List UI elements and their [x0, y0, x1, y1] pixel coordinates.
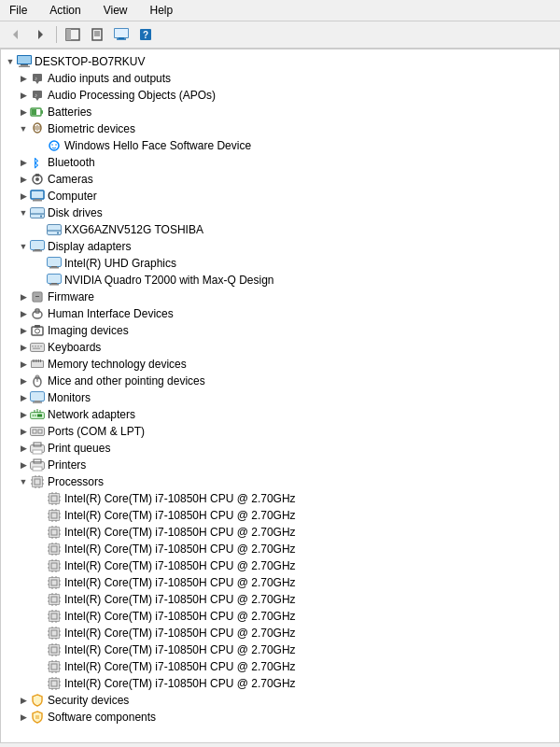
tree-item[interactable]: KXG6AZNV512G TOSHIBA — [1, 221, 559, 238]
back-button[interactable] — [6, 24, 26, 45]
expander-cpu6[interactable] — [35, 577, 46, 588]
device-manager-tree[interactable]: ▼ DESKTOP-BO7RKUV ▶♪Audio inputs and out… — [0, 49, 560, 743]
expander-cpu8[interactable] — [35, 611, 46, 622]
expander-memory[interactable]: ▶ — [18, 359, 29, 370]
tree-item[interactable]: ▶Print queues — [1, 440, 559, 457]
tree-item[interactable]: ▶Security devices — [1, 692, 559, 709]
tree-item[interactable]: ▶Human Interface Devices — [1, 305, 559, 322]
tree-item[interactable]: ▶Cameras — [1, 171, 559, 188]
expander-cpu5[interactable] — [35, 560, 46, 571]
tree-item[interactable]: Intel(R) Core(TM) i7-10850H CPU @ 2.70GH… — [1, 675, 559, 692]
expander-cpu7[interactable] — [35, 594, 46, 605]
label-monitors: Monitors — [48, 391, 91, 404]
tree-item[interactable]: ▶Mice and other pointing devices — [1, 373, 559, 389]
tree-item[interactable]: ▶Monitors — [1, 389, 559, 406]
svg-rect-94 — [37, 415, 42, 417]
expander-cpu12[interactable] — [35, 678, 46, 689]
expander-audio_inputs[interactable]: ▶ — [18, 73, 29, 84]
tree-item[interactable]: NVIDIA Quadro T2000 with Max-Q Design — [1, 272, 559, 289]
expander-processors[interactable]: ▼ — [18, 476, 29, 487]
menu-help[interactable]: Help — [145, 2, 179, 19]
expander-imaging[interactable]: ▶ — [18, 325, 29, 336]
tree-item[interactable]: ▶Network adapters — [1, 406, 559, 423]
properties-button[interactable] — [87, 24, 107, 45]
tree-item[interactable]: ▶ᛒBluetooth — [1, 154, 559, 171]
expander-cpu3[interactable] — [35, 527, 46, 538]
expander-hid[interactable]: ▶ — [18, 308, 29, 319]
tree-item[interactable]: ▶Memory technology devices — [1, 356, 559, 373]
tree-item[interactable]: Intel(R) Core(TM) i7-10850H CPU @ 2.70GH… — [1, 490, 559, 507]
tree-item[interactable]: Intel(R) Core(TM) i7-10850H CPU @ 2.70GH… — [1, 507, 559, 524]
tree-item[interactable]: ▼Disk drives — [1, 204, 559, 221]
menu-action[interactable]: Action — [44, 2, 86, 19]
expander-kxg6[interactable] — [35, 224, 46, 235]
expander-firmware[interactable]: ▶ — [18, 291, 29, 303]
tree-item[interactable]: ▶Firmware — [1, 289, 559, 305]
tree-item[interactable]: Intel(R) Core(TM) i7-10850H CPU @ 2.70GH… — [1, 641, 559, 658]
show-hide-button[interactable] — [63, 24, 83, 45]
root-expander[interactable]: ▼ — [5, 56, 16, 67]
tree-item[interactable]: ▶Keyboards — [1, 339, 559, 356]
expander-bluetooth[interactable]: ▶ — [18, 157, 29, 168]
tree-item[interactable]: ▼Display adapters — [1, 238, 559, 255]
tree-item[interactable]: ▶Batteries — [1, 104, 559, 120]
tree-item[interactable]: ▶Computer — [1, 188, 559, 204]
expander-cpu4[interactable] — [35, 543, 46, 555]
tree-item[interactable]: ▶♪Audio Processing Objects (APOs) — [1, 87, 559, 104]
svg-rect-50 — [31, 241, 44, 249]
tree-item[interactable]: Intel(R) Core(TM) i7-10850H CPU @ 2.70GH… — [1, 608, 559, 625]
expander-ports[interactable]: ▶ — [18, 426, 29, 437]
expander-biometric[interactable]: ▼ — [18, 123, 29, 134]
tree-item[interactable]: ▼Processors — [1, 473, 559, 490]
icon-mice — [30, 374, 45, 388]
tree-item[interactable]: Intel(R) Core(TM) i7-10850H CPU @ 2.70GH… — [1, 591, 559, 608]
tree-root[interactable]: ▼ DESKTOP-BO7RKUV — [1, 53, 559, 70]
expander-printers[interactable]: ▶ — [18, 459, 29, 471]
tree-item[interactable]: Intel(R) UHD Graphics — [1, 255, 559, 272]
menu-view[interactable]: View — [98, 2, 133, 19]
expander-cpu11[interactable] — [35, 661, 46, 672]
svg-point-36 — [35, 177, 39, 181]
icon-cpu3 — [47, 525, 62, 540]
expander-monitors[interactable]: ▶ — [18, 392, 29, 403]
expander-print_queues[interactable]: ▶ — [18, 443, 29, 454]
tree-item[interactable]: ▼Biometric devices — [1, 120, 559, 137]
expander-display[interactable]: ▼ — [18, 241, 29, 252]
expander-intel_uhd[interactable] — [35, 258, 46, 269]
expander-cameras[interactable]: ▶ — [18, 174, 29, 185]
expander-cpu10[interactable] — [35, 644, 46, 655]
expander-security[interactable]: ▶ — [18, 695, 29, 706]
tree-item[interactable]: ▶Printers — [1, 457, 559, 473]
expander-disk_drives[interactable]: ▼ — [18, 207, 29, 218]
expander-computer[interactable]: ▶ — [18, 190, 29, 202]
tree-item[interactable]: ▶Imaging devices — [1, 322, 559, 339]
tree-item[interactable]: Windows Hello Face Software Device — [1, 137, 559, 154]
icon-imaging — [30, 323, 45, 338]
tree-item[interactable]: Intel(R) Core(TM) i7-10850H CPU @ 2.70GH… — [1, 658, 559, 675]
expander-cpu2[interactable] — [35, 510, 46, 521]
tree-item[interactable]: Intel(R) Core(TM) i7-10850H CPU @ 2.70GH… — [1, 574, 559, 591]
expander-cpu1[interactable] — [35, 493, 46, 504]
icon-hid — [30, 306, 45, 321]
svg-rect-63 — [35, 296, 39, 297]
expander-hello_face[interactable] — [35, 140, 46, 151]
expander-audio_processing[interactable]: ▶ — [18, 90, 29, 101]
expander-software[interactable]: ▶ — [18, 712, 29, 723]
expander-mice[interactable]: ▶ — [18, 375, 29, 387]
tree-item[interactable]: ▶Software components — [1, 709, 559, 726]
tree-item[interactable]: Intel(R) Core(TM) i7-10850H CPU @ 2.70GH… — [1, 524, 559, 541]
help-button[interactable]: ? — [135, 24, 156, 45]
forward-button[interactable] — [30, 24, 50, 45]
expander-network[interactable]: ▶ — [18, 409, 29, 420]
expander-keyboards[interactable]: ▶ — [18, 342, 29, 353]
expander-batteries[interactable]: ▶ — [18, 106, 29, 118]
tree-item[interactable]: Intel(R) Core(TM) i7-10850H CPU @ 2.70GH… — [1, 625, 559, 641]
tree-item[interactable]: ▶♪Audio inputs and outputs — [1, 70, 559, 87]
menu-file[interactable]: File — [4, 2, 33, 19]
tree-item[interactable]: ▶Ports (COM & LPT) — [1, 423, 559, 440]
tree-item[interactable]: Intel(R) Core(TM) i7-10850H CPU @ 2.70GH… — [1, 541, 559, 557]
expander-nvidia[interactable] — [35, 275, 46, 286]
expander-cpu9[interactable] — [35, 627, 46, 639]
computer-icon-button[interactable] — [111, 24, 132, 45]
tree-item[interactable]: Intel(R) Core(TM) i7-10850H CPU @ 2.70GH… — [1, 557, 559, 574]
